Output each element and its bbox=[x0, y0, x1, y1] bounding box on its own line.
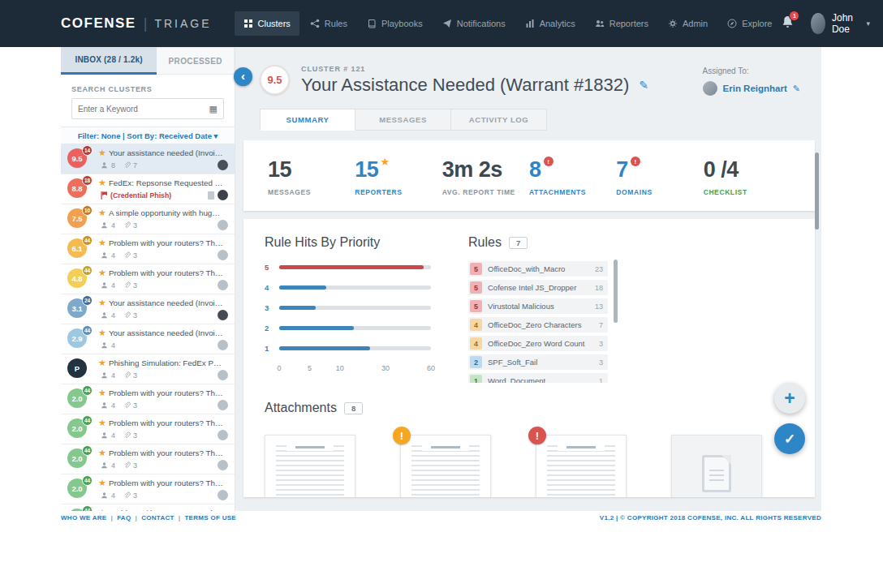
stat-label: DOMAINS bbox=[616, 188, 703, 196]
cluster-list-item[interactable]: 2.0 44 ★ Problem with your routers? That… bbox=[61, 444, 235, 474]
reporter-count: 4 bbox=[111, 491, 115, 500]
edit-title-button[interactable]: ✎ bbox=[639, 79, 648, 92]
nav-item-notifications[interactable]: Notifications bbox=[433, 11, 515, 36]
vip-star-icon: ★ bbox=[98, 418, 106, 427]
back-button[interactable]: ‹ bbox=[234, 67, 252, 86]
assignee-link[interactable]: Erin Reignhart bbox=[723, 84, 787, 93]
cluster-list-item[interactable]: 7.5 10 ★ A simple opportunity with huge … bbox=[61, 204, 235, 234]
reporter-icon bbox=[101, 431, 108, 439]
cluster-title: Problem with your routers? That's easy[.… bbox=[109, 388, 224, 397]
cluster-title: Problem with your routers? That's easy[.… bbox=[109, 418, 224, 427]
stat-block: 7 ★ ! DOMAINS bbox=[616, 158, 703, 196]
nav-item-explore[interactable]: Explore bbox=[718, 11, 781, 36]
nav-item-playbooks[interactable]: Playbooks bbox=[358, 11, 432, 36]
cluster-title: Your assistance needed (Invoice #12291) bbox=[109, 148, 224, 157]
footer-link[interactable]: TERMS OF USE bbox=[184, 514, 236, 521]
nav-item-analytics[interactable]: Analytics bbox=[516, 11, 584, 36]
cluster-list-item[interactable]: 2.9 44 ★ Your assistance needed (Invoice… bbox=[61, 324, 235, 354]
chart-x-axis: 0 5 10 30 60 bbox=[279, 364, 431, 374]
search-box: ▦ bbox=[71, 98, 224, 119]
cluster-number-label: CLUSTER # 121 bbox=[301, 65, 648, 73]
resolve-button[interactable]: ✓ bbox=[774, 423, 805, 454]
cluster-list-item[interactable]: 8.8 18 ★ FedEx: Repsonse Requested (Pack… bbox=[61, 174, 235, 204]
cluster-count-badge: 18 bbox=[82, 175, 93, 186]
cluster-score: P bbox=[75, 364, 80, 373]
stat-value: 8 bbox=[529, 158, 541, 181]
cluster-list-item[interactable]: 3.1 24 ★ Your assistance needed (Invoice… bbox=[61, 294, 235, 324]
cluster-tab[interactable]: SUMMARY bbox=[260, 109, 355, 131]
reporter-count: 4 bbox=[111, 401, 115, 410]
rule-list-item[interactable]: 4 OfficeDoc_Zero Word Count 3 bbox=[468, 336, 608, 351]
cluster-list-item[interactable]: 2.0 44 ★ Problem with your routers? That… bbox=[61, 414, 235, 444]
attachment-thumbnail[interactable] bbox=[265, 435, 355, 497]
filter-sort-bar[interactable]: Filter: None | Sort By: Received Date ▾ bbox=[61, 127, 235, 144]
stat-block: 15 ★ ! MESSAGES bbox=[268, 158, 355, 196]
cluster-list-item[interactable]: 2.0 44 ★ Problem with your routers? That… bbox=[61, 474, 235, 504]
chart-axis-tick: 5 bbox=[308, 364, 312, 372]
rule-list-item[interactable]: 5 Virustotal Malicious 13 bbox=[468, 298, 608, 314]
rules-scrollbar[interactable] bbox=[614, 260, 618, 323]
paperclip-icon bbox=[123, 221, 131, 229]
rule-list-item[interactable]: 2 SPF_Soft_Fail 3 bbox=[468, 354, 608, 370]
reporter-count: 4 bbox=[111, 431, 115, 440]
reporter-icon bbox=[101, 311, 108, 319]
add-button[interactable]: + bbox=[774, 383, 805, 414]
attachment-thumbnail[interactable]: ! bbox=[536, 435, 627, 497]
rule-priority-chip: 4 bbox=[470, 319, 482, 331]
cluster-title: Problem with your routers? That's easy[.… bbox=[109, 479, 224, 487]
cluster-list-item[interactable]: 6.1 44 ★ Problem with your routers? That… bbox=[61, 234, 235, 264]
star-badge-icon: ★ bbox=[380, 156, 390, 168]
copyright-text: V1.2 | © COPYRIGHT 2018 COFENSE, INC. AL… bbox=[600, 514, 821, 521]
cluster-title: A simple opportunity with huge ROI[...] bbox=[109, 208, 224, 217]
cluster-tab[interactable]: ACTIVITY LOG bbox=[451, 109, 547, 131]
cluster-tab[interactable]: MESSAGES bbox=[355, 109, 451, 131]
cluster-tabs: SUMMARY MESSAGES ACTIVITY LOG bbox=[260, 109, 800, 131]
user-menu[interactable]: John Doe ▾ bbox=[811, 12, 870, 35]
cluster-count-badge: 44 bbox=[82, 475, 93, 486]
tab-inbox[interactable]: INBOX (28 / 1.2k) bbox=[61, 47, 157, 75]
cluster-list-item[interactable]: 4.8 44 ★ Problem with your routers? That… bbox=[61, 264, 235, 294]
cluster-list-item[interactable]: 9.5 14 ★ Your assistance needed (Invoice… bbox=[61, 144, 235, 174]
notifications-bell-button[interactable]: 1 bbox=[781, 15, 795, 32]
nav-item-reporters[interactable]: Reporters bbox=[586, 11, 657, 36]
attachment-thumbnail[interactable]: ! bbox=[400, 435, 491, 497]
attachment-warning-badge: ! bbox=[393, 427, 411, 444]
rule-list-item[interactable]: 5 Cofense Intel JS_Dropper 18 bbox=[468, 280, 608, 295]
search-options-icon[interactable]: ▦ bbox=[209, 104, 218, 114]
reporter-icon bbox=[101, 251, 108, 259]
vip-star-icon: ★ bbox=[98, 208, 106, 217]
cofense-logo[interactable]: COFENSE | TRIAGE bbox=[61, 15, 212, 32]
attachment-thumbnail[interactable] bbox=[671, 435, 762, 497]
main-scrollbar[interactable] bbox=[815, 152, 819, 230]
search-input[interactable] bbox=[78, 105, 209, 114]
paperclip-icon bbox=[123, 251, 131, 259]
cluster-count-badge: 44 bbox=[82, 265, 93, 276]
reporter-count: 4 bbox=[111, 371, 115, 380]
cluster-list-item[interactable]: 2.0 44 ★ Problem with your routers? That… bbox=[61, 384, 235, 414]
cluster-list-item[interactable]: 2.0 44 ★ Problem with your routers? That… bbox=[61, 504, 235, 511]
rules-count-badge: 7 bbox=[509, 237, 528, 249]
rule-list-item[interactable]: 1 Word_Document 1 bbox=[468, 373, 608, 383]
nav-item-rules[interactable]: Rules bbox=[301, 11, 356, 36]
footer-link[interactable]: CONTACT bbox=[141, 514, 184, 521]
compass-icon bbox=[727, 19, 737, 28]
rule-list-item[interactable]: 5 OfficeDoc_with_Macro 23 bbox=[468, 261, 608, 277]
chart-category-label: 1 bbox=[265, 344, 274, 353]
cluster-list-item[interactable]: P ★ Phishing Simulation: FedEx Package bbox=[61, 354, 235, 384]
rule-list-item[interactable]: 4 OfficeDoc_Zero Characters 7 bbox=[468, 317, 608, 333]
nav-item-admin[interactable]: Admin bbox=[659, 11, 717, 36]
footer-link[interactable]: FAQ bbox=[117, 514, 141, 521]
reporter-count: 4 bbox=[111, 341, 115, 350]
stat-block: 15 ★ ! REPORTERS bbox=[355, 158, 442, 196]
footer-link[interactable]: WHO WE ARE bbox=[61, 514, 117, 521]
tab-processed[interactable]: PROCESSED bbox=[157, 47, 235, 75]
vip-star-icon: ★ bbox=[98, 298, 106, 307]
edit-assignee-button[interactable]: ✎ bbox=[793, 84, 800, 94]
rule-name: OfficeDoc_with_Macro bbox=[488, 264, 565, 273]
chart-axis-tick: 10 bbox=[336, 364, 344, 372]
nav-item-clusters[interactable]: Clusters bbox=[235, 11, 299, 36]
rule-hits-chart: Rule Hits By Priority 5 bbox=[265, 235, 431, 383]
attachment-count: 3 bbox=[133, 251, 137, 260]
cluster-score: 9.5 bbox=[71, 154, 82, 163]
reporter-icon bbox=[101, 401, 108, 409]
